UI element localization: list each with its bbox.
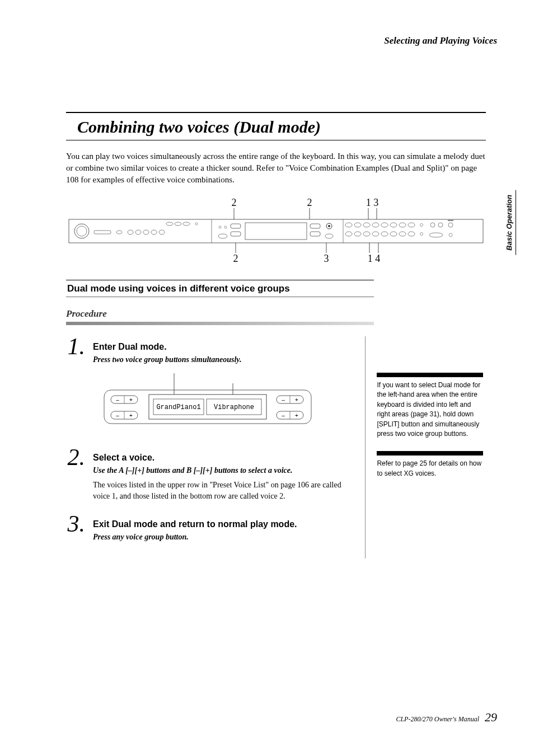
tip-1: If you want to select Dual mode for the … bbox=[377, 381, 483, 439]
left-column: 1. Enter Dual mode. Press two voice grou… bbox=[66, 336, 366, 558]
svg-point-39 bbox=[345, 232, 352, 236]
main-content: Combining two voices (Dual mode) You can… bbox=[66, 112, 486, 558]
svg-rect-25 bbox=[245, 223, 307, 240]
columns: 1. Enter Dual mode. Press two voice grou… bbox=[66, 336, 486, 558]
svg-point-24 bbox=[218, 234, 227, 238]
svg-point-41 bbox=[363, 232, 370, 236]
step-subtitle: Press two voice group buttons simultaneo… bbox=[93, 355, 359, 364]
step-number: 3. bbox=[66, 514, 85, 546]
diagram-num-bot-2: 3 bbox=[324, 253, 329, 263]
svg-point-29 bbox=[328, 225, 330, 227]
page-number: 29 bbox=[485, 710, 497, 725]
svg-text:–: – bbox=[282, 397, 285, 403]
panel-diagram: 2 2 1 3 bbox=[66, 196, 486, 263]
svg-point-54 bbox=[449, 233, 452, 237]
a-minus-plus-buttons: – + bbox=[111, 396, 138, 403]
step-body: Select a voice. Use the A [–][+] buttons… bbox=[93, 447, 359, 501]
svg-text:+: + bbox=[129, 397, 133, 403]
step-title: Enter Dual mode. bbox=[93, 342, 359, 352]
svg-point-44 bbox=[390, 232, 397, 236]
svg-rect-9 bbox=[94, 231, 111, 234]
tip-bar bbox=[377, 451, 483, 456]
svg-rect-26 bbox=[310, 224, 320, 228]
svg-point-50 bbox=[438, 223, 443, 227]
step-body: Exit Dual mode and return to normal play… bbox=[93, 514, 359, 546]
svg-point-51 bbox=[448, 223, 453, 227]
voice-buttons-row-2 bbox=[345, 232, 415, 236]
step-title: Exit Dual mode and return to normal play… bbox=[93, 519, 359, 529]
svg-point-10 bbox=[116, 231, 122, 234]
page-title: Combining two voices (Dual mode) bbox=[77, 118, 486, 137]
svg-text:+: + bbox=[129, 412, 133, 419]
svg-point-46 bbox=[408, 232, 415, 236]
svg-point-17 bbox=[175, 222, 181, 226]
step-text: The voices listed in the upper row in "P… bbox=[93, 480, 359, 501]
diagram-num-top-3: 1 3 bbox=[366, 197, 379, 208]
procedure-bar bbox=[66, 322, 374, 325]
diagram-num-bot-1: 2 bbox=[233, 253, 238, 263]
title-container: Combining two voices (Dual mode) bbox=[66, 112, 486, 140]
svg-point-37 bbox=[399, 223, 406, 227]
tip-2: Refer to page 25 for details on how to s… bbox=[377, 459, 483, 478]
svg-point-33 bbox=[363, 223, 370, 227]
manual-name: CLP-280/270 Owner's Manual bbox=[396, 715, 479, 724]
svg-rect-23 bbox=[231, 232, 241, 236]
svg-point-19 bbox=[195, 223, 198, 225]
svg-point-34 bbox=[372, 223, 379, 227]
diagram-num-top-1: 2 bbox=[232, 197, 237, 208]
voice-buttons-row-1 bbox=[345, 223, 415, 227]
step-title: Select a voice. bbox=[93, 453, 359, 463]
svg-point-45 bbox=[399, 232, 406, 236]
tip-bar bbox=[377, 373, 483, 377]
svg-point-13 bbox=[143, 230, 149, 234]
svg-point-30 bbox=[325, 234, 333, 238]
svg-text:–: – bbox=[116, 397, 119, 403]
svg-point-31 bbox=[345, 223, 352, 227]
step-1: 1. Enter Dual mode. Press two voice grou… bbox=[66, 336, 359, 435]
svg-point-40 bbox=[354, 232, 361, 236]
step-subtitle: Press any voice group button. bbox=[93, 533, 359, 542]
svg-rect-22 bbox=[231, 224, 241, 228]
svg-point-35 bbox=[381, 223, 388, 227]
step-subtitle: Use the A [–][+] buttons and B [–][+] bu… bbox=[93, 466, 359, 475]
svg-point-36 bbox=[390, 223, 397, 227]
lcd-voice2: Vibraphone bbox=[214, 403, 254, 411]
step-number: 1. bbox=[66, 336, 85, 435]
svg-point-20 bbox=[219, 226, 221, 228]
intro-paragraph: You can play two voices simultaneously a… bbox=[66, 151, 486, 186]
svg-point-42 bbox=[372, 232, 379, 236]
svg-text:–: – bbox=[282, 412, 285, 419]
step-2: 2. Select a voice. Use the A [–][+] butt… bbox=[66, 447, 359, 501]
footer: CLP-280/270 Owner's Manual 29 bbox=[396, 710, 497, 725]
d-minus-plus-buttons: – + bbox=[277, 411, 303, 419]
section-header: Selecting and Playing Voices bbox=[384, 35, 497, 46]
svg-point-14 bbox=[151, 230, 157, 234]
step-body: Enter Dual mode. Press two voice group b… bbox=[93, 336, 359, 435]
svg-point-43 bbox=[381, 232, 388, 236]
svg-point-11 bbox=[128, 230, 133, 234]
right-column: If you want to select Dual mode for the … bbox=[377, 336, 486, 558]
svg-rect-61 bbox=[104, 390, 311, 424]
svg-point-47 bbox=[420, 224, 423, 227]
c-minus-plus-buttons: – + bbox=[277, 396, 303, 403]
diagram-num-top-2: 2 bbox=[307, 197, 312, 208]
svg-text:+: + bbox=[295, 412, 298, 419]
svg-text:+: + bbox=[295, 397, 298, 403]
diagram-num-bot-3: 1 4 bbox=[368, 253, 381, 263]
svg-point-15 bbox=[159, 230, 165, 234]
svg-point-16 bbox=[166, 222, 173, 226]
svg-point-38 bbox=[408, 223, 415, 227]
svg-point-8 bbox=[77, 226, 87, 236]
step-3: 3. Exit Dual mode and return to normal p… bbox=[66, 514, 359, 546]
svg-rect-27 bbox=[310, 232, 320, 236]
side-tab: Basic Operation bbox=[503, 190, 516, 255]
svg-point-53 bbox=[429, 233, 443, 237]
step-number: 2. bbox=[66, 447, 85, 501]
svg-point-49 bbox=[430, 223, 435, 227]
svg-text:–: – bbox=[116, 412, 119, 419]
svg-point-18 bbox=[183, 222, 190, 226]
svg-point-32 bbox=[354, 223, 361, 227]
subheading: Dual mode using voices in different voic… bbox=[66, 280, 374, 297]
procedure-label: Procedure bbox=[66, 308, 486, 320]
svg-point-12 bbox=[135, 230, 141, 234]
